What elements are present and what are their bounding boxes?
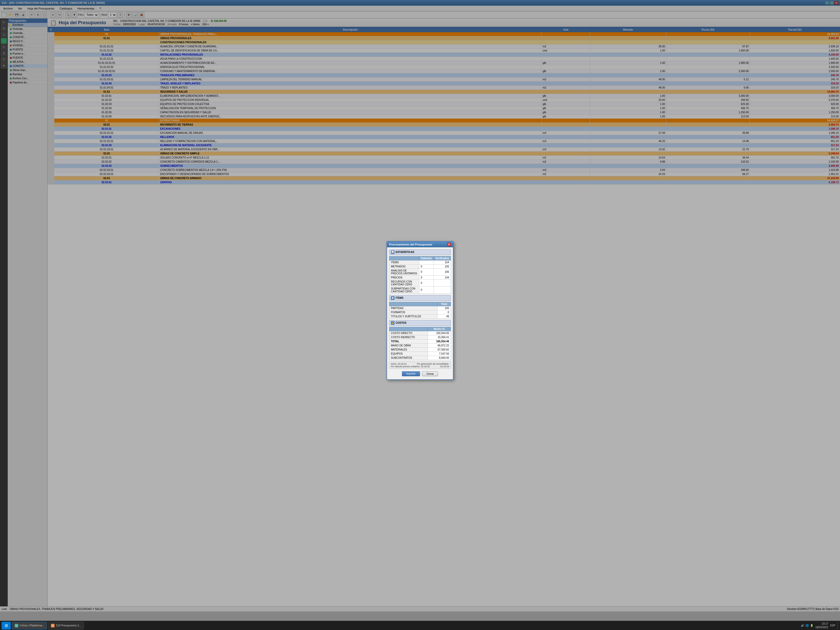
app-window: S10 - [001 CONSTRUCCION DEL CAFETIN, SH,… bbox=[0, 0, 309, 193]
modal-overlay: Procesamiento del Presupuesto ✕ 📊 ESTADÍ… bbox=[0, 0, 309, 193]
